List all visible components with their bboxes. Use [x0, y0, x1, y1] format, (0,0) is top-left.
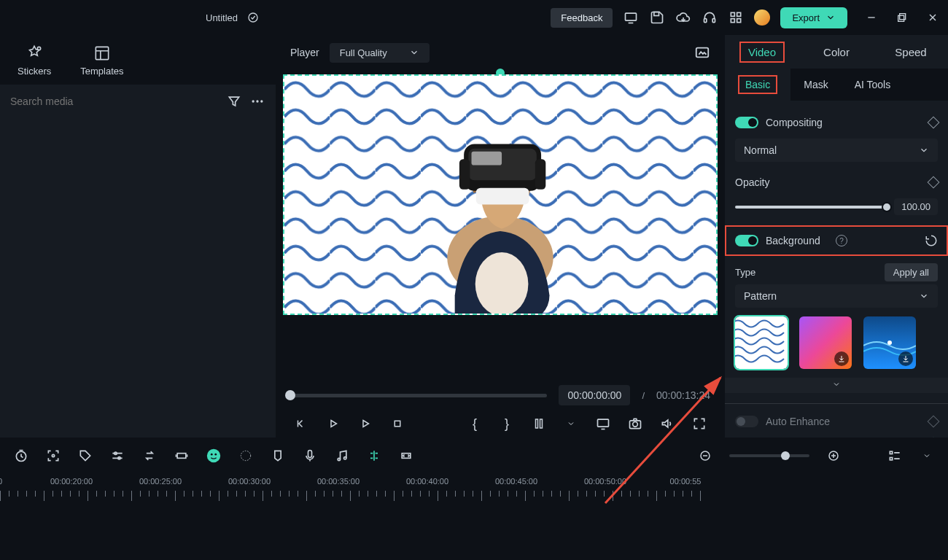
music-icon[interactable] [334, 448, 350, 464]
headphones-icon[interactable] [702, 9, 718, 26]
crop-icon[interactable] [531, 416, 547, 432]
cloud-icon[interactable] [675, 9, 691, 26]
pattern-wavy[interactable] [735, 316, 788, 369]
expand-patterns[interactable] [725, 378, 948, 393]
zoom-in-icon[interactable] [825, 448, 842, 464]
background-toggle[interactable] [735, 235, 758, 246]
volume-icon[interactable] [659, 416, 675, 432]
keyframe-icon[interactable] [928, 117, 940, 129]
snapshot-icon[interactable] [694, 44, 710, 61]
ruler[interactable]: 000:00:20:0000:00:25:0000:00:30:0000:00:… [0, 474, 948, 503]
keyframe-icon[interactable] [928, 416, 940, 428]
svg-point-40 [207, 449, 220, 462]
screen-icon[interactable] [623, 9, 639, 26]
mark-in-icon[interactable]: { [467, 416, 483, 432]
svg-rect-28 [536, 419, 538, 428]
subtab-basic[interactable]: Basic [725, 69, 790, 101]
svg-point-42 [214, 454, 217, 456]
profile-icon[interactable] [754, 9, 770, 26]
close-icon[interactable] [926, 11, 939, 24]
prev-frame-icon[interactable] [293, 416, 309, 432]
scrubber[interactable] [290, 394, 547, 397]
camera-icon[interactable] [627, 416, 643, 432]
left-panel: Stickers Templates [0, 35, 276, 438]
more-icon[interactable] [249, 93, 265, 109]
svg-rect-27 [395, 421, 400, 427]
grid-icon[interactable] [728, 9, 744, 26]
tab-templates[interactable]: Templates [80, 44, 123, 77]
stop-icon[interactable] [389, 416, 405, 432]
svg-point-46 [344, 457, 346, 459]
opacity-value[interactable]: 100.00 [894, 198, 938, 215]
face-icon[interactable] [206, 448, 222, 464]
preview-area[interactable] [283, 74, 718, 362]
svg-point-32 [633, 422, 638, 427]
svg-point-43 [241, 451, 250, 460]
help-icon[interactable]: ? [836, 235, 847, 246]
tab-video[interactable]: Video [725, 34, 799, 70]
swap-icon[interactable] [141, 448, 158, 464]
fit-icon[interactable] [398, 448, 414, 464]
play-icon[interactable] [325, 416, 341, 432]
tag-icon[interactable] [77, 448, 93, 464]
svg-point-11 [37, 47, 40, 50]
svg-rect-1 [626, 13, 637, 20]
tab-speed[interactable]: Speed [874, 39, 948, 66]
list-icon[interactable] [887, 448, 903, 464]
export-button[interactable]: Export [780, 7, 847, 28]
reset-icon[interactable] [925, 234, 938, 247]
timer-icon[interactable] [13, 448, 29, 464]
select-icon[interactable] [45, 448, 61, 464]
maximize-icon[interactable] [895, 11, 909, 24]
chevron-down-icon[interactable] [919, 448, 935, 464]
svg-rect-25 [459, 159, 470, 190]
filter-icon[interactable] [226, 93, 242, 109]
minimize-icon[interactable] [865, 11, 878, 24]
feedback-button[interactable]: Feedback [551, 8, 613, 28]
svg-rect-26 [535, 159, 546, 190]
search-input[interactable] [10, 96, 219, 107]
save-icon[interactable] [649, 9, 665, 26]
checkmark-icon [245, 9, 261, 26]
svg-point-0 [249, 13, 257, 22]
type-label: Type [735, 267, 755, 278]
subtab-mask[interactable]: Mask [790, 72, 841, 97]
apply-all-button[interactable]: Apply all [885, 263, 938, 281]
transport-bar: 00:00:00:00 / 00:00:13:24 { } [283, 376, 718, 438]
chevron-down-icon[interactable] [563, 416, 579, 432]
right-panel: Video Color Speed Basic Mask AI Tools Co… [725, 35, 948, 438]
auto-enhance-label: Auto Enhance [766, 416, 922, 427]
download-icon[interactable] [834, 351, 849, 366]
svg-point-20 [475, 252, 529, 315]
sliders-icon[interactable] [109, 448, 125, 464]
quality-select[interactable]: Full Quality [330, 43, 430, 63]
next-frame-icon[interactable] [357, 416, 373, 432]
svg-rect-24 [476, 188, 529, 205]
center-panel: Player Full Quality [276, 35, 725, 438]
display-icon[interactable] [595, 416, 611, 432]
svg-rect-12 [96, 47, 108, 59]
download-icon[interactable] [898, 351, 913, 366]
sparkle-icon[interactable] [238, 448, 254, 464]
pattern-blue-wave[interactable] [863, 316, 916, 369]
marker-icon[interactable] [270, 448, 286, 464]
rect-icon[interactable] [174, 448, 190, 464]
mark-out-icon[interactable]: } [499, 416, 515, 432]
tab-stickers[interactable]: Stickers [18, 44, 51, 77]
mic-icon[interactable] [302, 448, 318, 464]
fullscreen-icon[interactable] [691, 416, 707, 432]
compositing-toggle[interactable] [735, 117, 758, 128]
keyframe-icon[interactable] [928, 176, 940, 189]
svg-point-41 [211, 454, 213, 456]
svg-rect-10 [898, 15, 904, 21]
auto-enhance-toggle[interactable] [735, 416, 758, 427]
blend-mode-select[interactable]: Normal [735, 139, 938, 162]
opacity-slider[interactable] [735, 206, 887, 209]
zoom-out-icon[interactable] [697, 448, 713, 464]
tab-color[interactable]: Color [799, 39, 874, 66]
pattern-gradient[interactable] [799, 316, 852, 369]
split-icon[interactable] [366, 448, 382, 464]
type-select[interactable]: Pattern [735, 284, 938, 308]
subtab-ai[interactable]: AI Tools [842, 72, 904, 97]
zoom-slider[interactable] [729, 454, 809, 457]
